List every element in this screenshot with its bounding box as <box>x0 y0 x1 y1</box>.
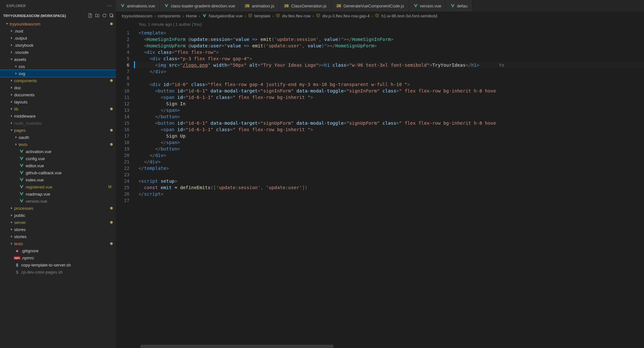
folder-item[interactable]: server <box>0 219 116 226</box>
editor-tab[interactable]: JSClassGeneration.js <box>279 0 331 12</box>
vue-icon <box>19 163 24 168</box>
breadcrumb[interactable]: tryyourideascom›components›Home›Navigati… <box>116 12 644 20</box>
file-tree[interactable]: tryyourideascom.nuxt.output.storybook.vs… <box>0 20 116 348</box>
new-file-icon[interactable] <box>88 13 93 19</box>
folder-item[interactable]: tests <box>0 240 116 247</box>
editor[interactable]: You, 1 minute ago | 1 author (You) 12345… <box>116 20 644 345</box>
tab-label: version.vue <box>420 4 441 8</box>
editor-tab[interactable]: defau <box>446 0 472 12</box>
file-item[interactable]: roadmap.vue <box>0 190 116 198</box>
file-item[interactable]: editor.vue <box>0 162 116 169</box>
editor-tab[interactable]: version.vue <box>409 0 446 12</box>
folder-item[interactable]: lib <box>0 105 116 112</box>
folder-item[interactable]: layouts <box>0 98 116 105</box>
file-item[interactable]: activation.vue <box>0 148 116 155</box>
folder-item[interactable]: svg <box>0 70 116 77</box>
tree-item-label: stores <box>14 227 113 232</box>
chevron-right-icon <box>9 36 14 40</box>
breadcrumb-item[interactable]: tryyourideascom <box>122 14 152 18</box>
breadcrumb-item[interactable]: Home <box>186 14 197 18</box>
editor-tab[interactable]: JSanimation.js <box>240 0 279 12</box>
status-dot-icon <box>110 207 113 209</box>
folder-item[interactable]: .nuxt <box>0 27 116 34</box>
folder-item[interactable]: tryyourideascom <box>0 20 116 27</box>
folder-item[interactable]: oauth <box>0 134 116 141</box>
tab-label: ClassGeneration.js <box>291 4 327 8</box>
folder-item[interactable]: stories <box>0 233 116 240</box>
tree-item-label: config.vue <box>26 156 113 161</box>
workspace-header[interactable]: TRYYOURIDEASCOM (WORKSPACE) <box>0 11 116 20</box>
breadcrumb-item[interactable]: h1.w-96.text-3xl.font-semibold <box>381 14 437 18</box>
chevron-right-icon <box>9 29 14 33</box>
vue-icon <box>19 199 24 203</box>
tree-item-label: stories <box>14 234 113 239</box>
breadcrumb-item[interactable]: components <box>158 14 181 18</box>
tab-label: defau <box>457 4 468 8</box>
chevron-right-icon <box>9 234 14 239</box>
chevron-right-icon <box>14 64 19 69</box>
folder-item[interactable]: public <box>0 212 116 219</box>
folder-item[interactable]: documents <box>0 91 116 98</box>
folder-item[interactable]: stores <box>0 226 116 233</box>
scrollbar-thumb[interactable] <box>140 345 334 348</box>
file-item[interactable]: config.vue <box>0 155 116 162</box>
editor-tab[interactable]: class-loader-gradient-direction.vue <box>160 0 240 12</box>
folder-item[interactable]: components <box>0 77 116 84</box>
folder-item[interactable]: .vscode <box>0 49 116 56</box>
editor-tabs[interactable]: animations.vueclass-loader-gradient-dire… <box>116 0 644 12</box>
chevron-right-icon <box>14 135 19 140</box>
editor-tab[interactable]: JSGenerateVueComponentCode.js <box>331 0 409 12</box>
chevron-right-icon <box>9 213 14 218</box>
breadcrumb-item[interactable]: div.p-3.flex.flex-row.gap-4 <box>322 14 370 18</box>
tree-item-label: processes <box>14 206 110 211</box>
vue-icon <box>19 185 24 189</box>
tree-item-label: .output <box>14 36 113 41</box>
folder-item[interactable]: middleware <box>0 112 116 120</box>
file-item[interactable]: ◆.gitignore <box>0 247 116 254</box>
folder-item[interactable]: doc <box>0 84 116 91</box>
status-dot-icon <box>110 242 113 245</box>
folder-item[interactable]: tests <box>0 141 116 148</box>
tree-item-label: cp-dev-color-pages.sh <box>21 270 113 275</box>
editor-tab[interactable]: animations.vue <box>116 0 160 12</box>
chevron-right-icon <box>9 100 14 104</box>
chevron-right-icon <box>9 85 14 90</box>
folder-item[interactable]: processes <box>0 205 116 212</box>
file-item[interactable]: npm.npmrc <box>0 254 116 261</box>
breadcrumb-item[interactable]: div.flex.flex-row <box>282 14 311 18</box>
folder-item[interactable]: pages <box>0 127 116 134</box>
collapse-all-icon[interactable] <box>109 13 114 19</box>
file-item[interactable]: github-callback.vue <box>0 169 116 176</box>
tree-item-label: public <box>14 213 113 218</box>
code-area[interactable]: <template> <HomeSignInForm @update:sessi… <box>134 20 644 345</box>
shell-icon: $ <box>16 263 18 267</box>
modified-badge: M <box>108 185 113 189</box>
tree-item-label: oauth <box>19 135 113 140</box>
folder-item[interactable]: .output <box>0 34 116 42</box>
file-item[interactable]: version.vue <box>0 198 116 205</box>
tree-item-label: doc <box>14 85 113 90</box>
file-item[interactable]: $cp-dev-color-pages.sh <box>0 268 116 276</box>
horizontal-scrollbar[interactable] <box>134 345 644 348</box>
file-item[interactable]: registered.vueM <box>0 183 116 190</box>
breadcrumb-item[interactable]: template <box>254 14 270 18</box>
tree-item-label: tryyourideascom <box>10 22 110 26</box>
new-folder-icon[interactable] <box>95 13 100 19</box>
folder-item[interactable]: .storybook <box>0 42 116 49</box>
element-icon <box>316 13 320 19</box>
tree-item-label: node_modules <box>14 121 113 126</box>
file-item[interactable]: $copy-template-to-server.sh <box>0 261 116 268</box>
file-item[interactable]: index.vue <box>0 176 116 183</box>
explorer-more-icon[interactable]: ··· <box>107 4 112 8</box>
refresh-icon[interactable] <box>102 13 107 19</box>
tree-item-label: components <box>14 78 110 83</box>
breadcrumb-item[interactable]: NavigationBar.vue <box>209 14 243 18</box>
js-icon: JS <box>244 4 250 8</box>
tree-item-label: .gitignore <box>21 248 113 253</box>
vue-icon <box>19 192 24 196</box>
tree-item-label: documents <box>14 92 113 97</box>
folder-item[interactable]: assets <box>0 56 116 63</box>
status-dot-icon <box>110 79 113 82</box>
folder-item[interactable]: node_modules <box>0 120 116 127</box>
folder-item[interactable]: css <box>0 63 116 70</box>
